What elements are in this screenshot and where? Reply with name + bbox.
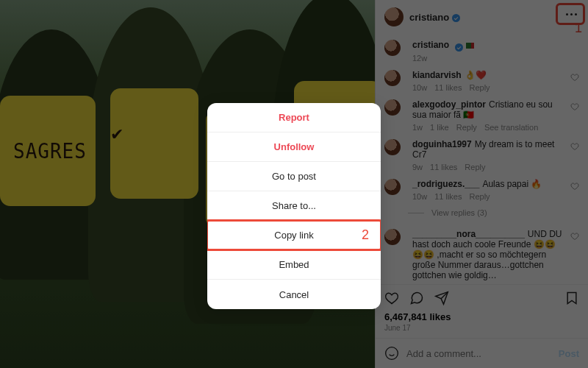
menu-go-to-post[interactable]: Go to post	[207, 162, 381, 191]
menu-copy-link[interactable]: Copy link 2	[207, 221, 381, 250]
menu-embed[interactable]: Embed	[207, 250, 381, 280]
menu-report[interactable]: Report	[207, 103, 381, 132]
menu-unfollow[interactable]: Unfollow	[207, 132, 381, 162]
annotation-label-2: 2	[362, 227, 369, 243]
menu-share-to[interactable]: Share to...	[207, 191, 381, 221]
menu-cancel[interactable]: Cancel	[207, 280, 381, 309]
options-modal: Report Unfollow Go to post Share to... C…	[207, 103, 381, 309]
